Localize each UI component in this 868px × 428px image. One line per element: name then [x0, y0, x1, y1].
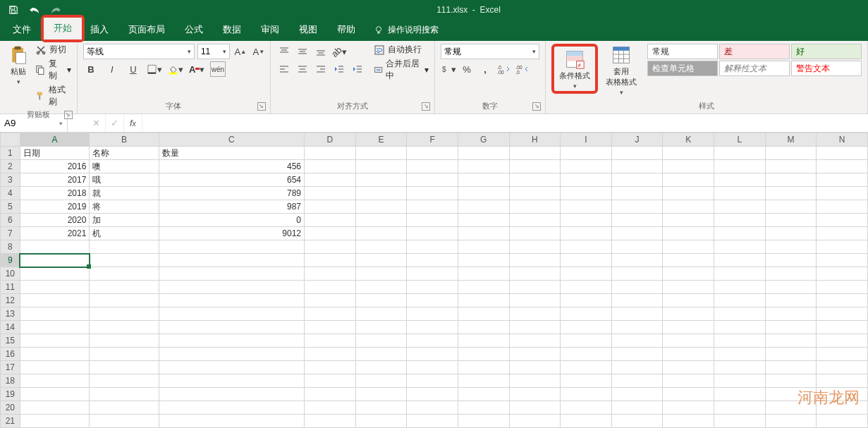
cell[interactable] [458, 348, 509, 361]
row-header[interactable]: 5 [1, 200, 20, 214]
cell[interactable] [458, 415, 509, 428]
cell[interactable] [304, 361, 355, 374]
wrap-text-button[interactable]: 自动换行 [374, 44, 429, 56]
cell[interactable] [817, 348, 868, 361]
cell[interactable] [407, 401, 458, 415]
cell[interactable] [458, 294, 509, 307]
cell[interactable] [407, 415, 458, 428]
cell[interactable] [90, 388, 159, 401]
comma-button[interactable]: , [477, 61, 493, 77]
cell[interactable] [611, 281, 663, 294]
cell[interactable] [561, 415, 612, 428]
cell[interactable]: 机 [90, 227, 159, 240]
cell[interactable] [663, 374, 714, 388]
cell[interactable] [509, 294, 561, 307]
cell[interactable] [611, 227, 663, 240]
align-left-button[interactable] [276, 61, 292, 77]
cell[interactable] [458, 160, 509, 173]
cell-style-good[interactable]: 好 [791, 44, 862, 59]
cell[interactable] [714, 415, 766, 428]
cell[interactable]: 9012 [159, 227, 304, 240]
align-bottom-button[interactable] [313, 44, 329, 59]
cell[interactable] [714, 240, 766, 254]
cell[interactable] [355, 227, 407, 240]
cell[interactable] [509, 401, 561, 415]
row-header[interactable]: 10 [1, 267, 20, 281]
cell[interactable] [458, 361, 509, 374]
cell[interactable] [407, 334, 458, 348]
cell[interactable] [304, 415, 355, 428]
cell[interactable] [304, 294, 355, 307]
cell[interactable] [355, 240, 407, 254]
cell[interactable] [509, 240, 561, 254]
border-button[interactable]: ▾ [147, 61, 162, 77]
cell[interactable] [765, 200, 817, 214]
cell[interactable] [817, 307, 868, 321]
row-header[interactable]: 4 [1, 187, 20, 200]
cell[interactable] [159, 321, 304, 334]
font-size-combo[interactable]: ▾ [197, 44, 230, 59]
cell[interactable] [611, 187, 663, 200]
cell[interactable] [20, 321, 90, 334]
cell[interactable] [20, 334, 90, 348]
cell[interactable] [561, 147, 612, 160]
grow-font-button[interactable]: A▲ [233, 44, 248, 59]
row-header[interactable]: 9 [1, 254, 20, 267]
cell[interactable] [561, 240, 612, 254]
cell[interactable] [611, 254, 663, 267]
cell[interactable] [407, 227, 458, 240]
column-header[interactable]: K [663, 133, 714, 147]
cell[interactable] [765, 173, 817, 187]
cut-button[interactable]: 剪切 [35, 44, 71, 56]
cell[interactable] [611, 173, 663, 187]
row-header[interactable]: 11 [1, 281, 20, 294]
cell[interactable] [561, 227, 612, 240]
cell-style-warn[interactable]: 警告文本 [791, 61, 862, 76]
cell[interactable] [90, 281, 159, 294]
cell[interactable] [407, 187, 458, 200]
row-header[interactable]: 7 [1, 227, 20, 240]
cell[interactable] [304, 401, 355, 415]
cell[interactable] [407, 374, 458, 388]
cell[interactable] [765, 214, 817, 227]
font-name-combo[interactable]: ▾ [83, 44, 195, 59]
cell[interactable] [509, 281, 561, 294]
cell[interactable] [509, 374, 561, 388]
cell[interactable] [663, 240, 714, 254]
cell[interactable] [714, 334, 766, 348]
cell[interactable] [765, 267, 817, 281]
cell[interactable] [561, 187, 612, 200]
cell[interactable] [765, 361, 817, 374]
row-header[interactable]: 12 [1, 294, 20, 307]
cell[interactable] [561, 348, 612, 361]
cell[interactable] [407, 281, 458, 294]
cell[interactable]: 654 [159, 173, 304, 187]
cell[interactable] [20, 267, 90, 281]
cell[interactable] [355, 388, 407, 401]
row-header[interactable]: 14 [1, 321, 20, 334]
tab-view[interactable]: 视图 [289, 19, 327, 41]
row-header[interactable]: 8 [1, 240, 20, 254]
cell[interactable] [611, 214, 663, 227]
cell[interactable] [159, 361, 304, 374]
cell[interactable] [20, 281, 90, 294]
cell[interactable] [509, 388, 561, 401]
insert-function-button[interactable]: fx [124, 114, 142, 132]
cell[interactable] [458, 374, 509, 388]
column-header[interactable]: F [407, 133, 458, 147]
shrink-font-button[interactable]: A▼ [251, 44, 267, 59]
cell[interactable] [304, 348, 355, 361]
cell[interactable] [407, 214, 458, 227]
cell[interactable] [561, 200, 612, 214]
cell[interactable] [20, 388, 90, 401]
cell[interactable] [509, 147, 561, 160]
cell[interactable] [159, 254, 304, 267]
cell[interactable] [663, 415, 714, 428]
cell[interactable] [611, 334, 663, 348]
tab-help[interactable]: 帮助 [327, 19, 365, 41]
cell[interactable] [407, 294, 458, 307]
cell[interactable] [355, 294, 407, 307]
cell[interactable] [714, 214, 766, 227]
cell[interactable] [663, 334, 714, 348]
accounting-format-button[interactable]: $▾ [441, 61, 456, 77]
